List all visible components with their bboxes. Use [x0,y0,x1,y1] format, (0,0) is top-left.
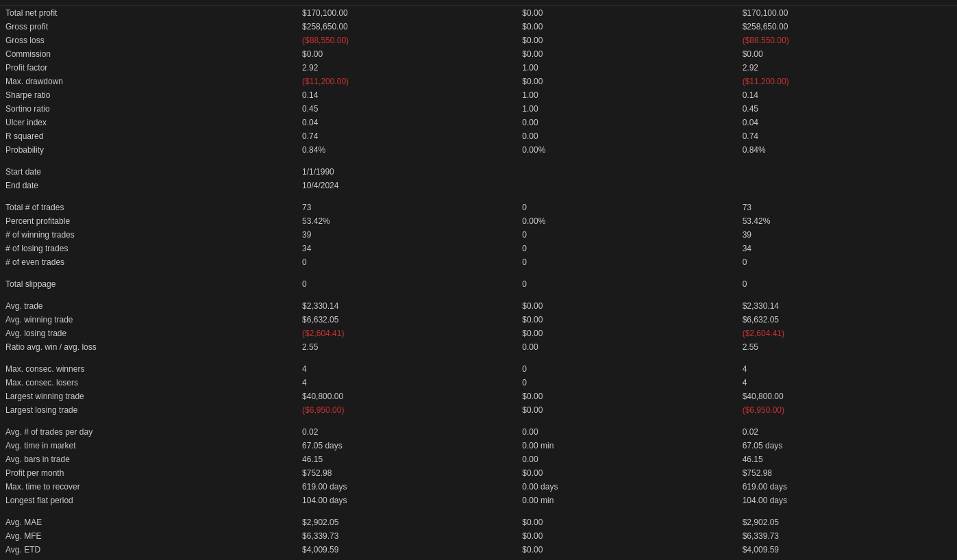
row-long-trades: 0.00% [517,143,736,157]
row-all-trades: ($11,200.00) [297,75,517,88]
table-row: Total # of trades73073 [0,201,957,214]
row-all-trades: 0.84% [297,143,517,157]
row-long-trades: $0.00 [517,299,736,313]
row-all-trades: ($2,604.41) [297,327,517,340]
row-short-trades: $258,650.00 [737,20,957,34]
row-short-trades: ($11,200.00) [737,75,957,88]
table-row: Start date1/1/1990 [0,165,957,179]
table-row: Avg. MAE$2,902.05$0.00$2,902.05 [0,516,957,529]
row-label: Start date [0,165,297,179]
table-row: Gross loss($88,550.00)$0.00($88,550.00) [0,34,957,47]
row-all-trades: $0.00 [297,47,517,61]
row-label: Total slippage [0,277,297,291]
row-all-trades: ($88,550.00) [297,34,517,47]
row-long-trades: $0.00 [517,75,736,88]
table-row: Avg. MFE$6,339.73$0.00$6,339.73 [0,529,957,543]
row-label: Commission [0,47,297,61]
row-all-trades: $170,100.00 [297,6,517,21]
row-all-trades: $2,902.05 [297,516,517,529]
row-all-trades: 46.15 [297,453,517,466]
row-short-trades: 4 [737,376,957,390]
table-row: Longest flat period104.00 days0.00 min10… [0,494,957,507]
row-all-trades: $2,330.14 [297,299,517,313]
row-all-trades: 1/1/1990 [297,165,517,179]
row-label: Ratio avg. win / avg. loss [0,340,297,354]
row-all-trades: 0.45 [297,102,517,116]
spacer-row [0,354,957,362]
row-all-trades: 0 [297,277,517,291]
row-label: Avg. MFE [0,529,297,543]
row-long-trades [517,165,736,179]
row-label: Gross profit [0,20,297,34]
row-short-trades: $2,902.05 [737,516,957,529]
row-label: # of losing trades [0,242,297,255]
row-all-trades: 0.14 [297,88,517,102]
row-all-trades: 0.04 [297,116,517,129]
row-long-trades: 0 [517,255,736,269]
row-long-trades: 0.00 [517,116,736,129]
row-label: Avg. # of trades per day [0,425,297,439]
row-short-trades: $170,100.00 [737,6,957,21]
row-short-trades: 0.45 [737,102,957,116]
row-short-trades: 0.14 [737,88,957,102]
row-short-trades: 0.84% [737,143,957,157]
row-label: Avg. MAE [0,516,297,529]
table-row: Largest losing trade($6,950.00)$0.00($6,… [0,403,957,417]
row-label: Probability [0,143,297,157]
row-all-trades: 73 [297,201,517,214]
row-label: Sharpe ratio [0,88,297,102]
row-label: Max. consec. losers [0,376,297,390]
row-all-trades: $4,009.59 [297,543,517,557]
row-short-trades: 0 [737,255,957,269]
row-short-trades: 4 [737,362,957,376]
table-row: Avg. winning trade$6,632.05$0.00$6,632.0… [0,313,957,327]
row-label: Profit factor [0,61,297,75]
row-short-trades [737,179,957,192]
row-short-trades: 46.15 [737,453,957,466]
table-row: Total slippage000 [0,277,957,291]
row-long-trades: $0.00 [517,20,736,34]
row-all-trades: 67.05 days [297,439,517,453]
row-short-trades: ($6,950.00) [737,403,957,417]
row-short-trades: $6,339.73 [737,529,957,543]
row-all-trades: $6,632.05 [297,313,517,327]
spacer-row [0,192,957,201]
row-short-trades: 0 [737,277,957,291]
row-long-trades: $0.00 [517,466,736,480]
row-label: Ulcer index [0,116,297,129]
table-row: Max. drawdown($11,200.00)$0.00($11,200.0… [0,75,957,88]
table-row: Max. consec. winners404 [0,362,957,376]
table-row: # of even trades000 [0,255,957,269]
spacer-row [0,157,957,165]
row-label: Total net profit [0,6,297,21]
table-row: Probability0.84%0.00%0.84% [0,143,957,157]
row-long-trades: $0.00 [517,327,736,340]
table-row: Avg. bars in trade46.150.0046.15 [0,453,957,466]
row-all-trades: 619.00 days [297,480,517,494]
header-all-trades [297,0,517,6]
row-long-trades: 0.00 [517,129,736,143]
row-all-trades: $40,800.00 [297,390,517,403]
row-all-trades: 2.92 [297,61,517,75]
row-all-trades: 4 [297,376,517,390]
table-row: Percent profitable53.42%0.00%53.42% [0,214,957,228]
row-label: # of winning trades [0,228,297,242]
row-long-trades [517,179,736,192]
performance-table: Total net profit$170,100.00$0.00$170,100… [0,0,957,557]
row-all-trades: 104.00 days [297,494,517,507]
row-long-trades: 0.00 [517,453,736,466]
row-long-trades: 0 [517,362,736,376]
row-long-trades: $0.00 [517,543,736,557]
table-row: Sortino ratio0.451.000.45 [0,102,957,116]
row-label: Max. drawdown [0,75,297,88]
row-short-trades: 0.74 [737,129,957,143]
spacer-row [0,269,957,277]
row-short-trades: $6,632.05 [737,313,957,327]
row-all-trades: 39 [297,228,517,242]
table-row: Largest winning trade$40,800.00$0.00$40,… [0,390,957,403]
row-long-trades: 1.00 [517,61,736,75]
row-all-trades: 34 [297,242,517,255]
performance-table-container: Total net profit$170,100.00$0.00$170,100… [0,0,957,557]
row-long-trades: 0 [517,228,736,242]
row-short-trades: 39 [737,228,957,242]
